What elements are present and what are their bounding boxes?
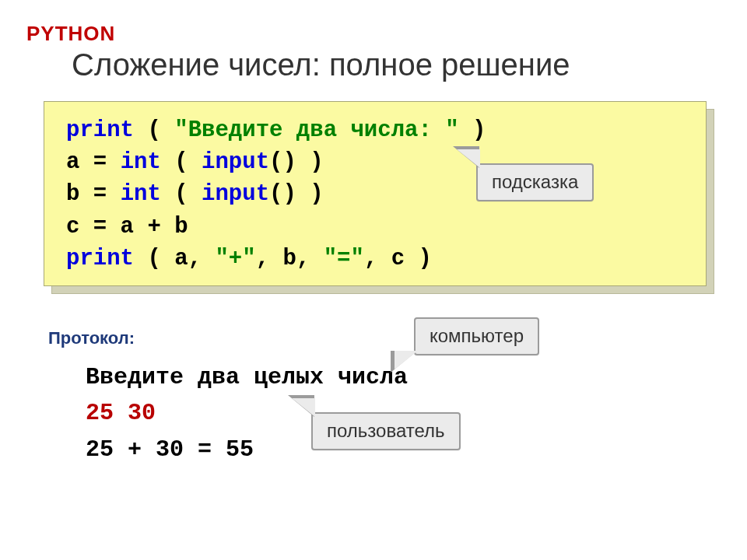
slide-title: Сложение чисел: полное решение	[72, 47, 716, 82]
kw-input: input	[202, 181, 269, 207]
lhs: b =	[66, 181, 121, 207]
kw-int: int	[121, 181, 161, 207]
punct: ()	[269, 149, 296, 175]
code-line-1: print ( "Введите два числа: " )	[66, 114, 687, 146]
callout-text: пользователь	[327, 420, 445, 441]
args: , b,	[256, 246, 324, 271]
string-literal: "+"	[215, 246, 255, 271]
punct: )	[296, 149, 324, 175]
punct: )	[419, 246, 432, 271]
kw-print: print	[66, 117, 134, 143]
slide: PYTHON Сложение чисел: полное решение pr…	[0, 0, 747, 560]
callout-hint: подсказка	[476, 163, 594, 201]
string-literal: "="	[324, 246, 364, 271]
punct: (	[161, 149, 202, 175]
language-label: PYTHON	[26, 22, 716, 46]
code-line-2: a = int ( input() )	[66, 146, 687, 178]
lhs: a =	[66, 149, 121, 175]
string-literal: "Введите два числа: "	[174, 117, 458, 143]
punct: (	[134, 117, 174, 143]
protocol-heading: Протокол:	[48, 328, 716, 348]
kw-print: print	[66, 246, 134, 271]
code-block-container: print ( "Введите два числа: " ) a = int …	[44, 101, 707, 286]
code-line-3: b = int ( input() )	[66, 178, 687, 210]
code-block: print ( "Введите два числа: " ) a = int …	[44, 101, 707, 286]
callout-user: пользователь	[311, 412, 461, 450]
callout-text: подсказка	[492, 171, 578, 192]
punct: (	[161, 181, 202, 207]
punct: )	[459, 117, 486, 143]
expr: c = a + b	[66, 214, 188, 240]
callout-text: компьютер	[430, 325, 524, 346]
code-line-5: print ( a, "+", b, "=", c )	[66, 243, 687, 275]
code-line-4: c = a + b	[66, 211, 687, 243]
args: , c	[364, 246, 419, 271]
args: a,	[174, 246, 215, 271]
punct: ()	[269, 181, 296, 207]
kw-input: input	[202, 149, 269, 175]
callout-computer: компьютер	[414, 317, 539, 355]
kw-int: int	[121, 149, 161, 175]
punct: )	[296, 181, 324, 207]
punct: (	[134, 246, 174, 271]
